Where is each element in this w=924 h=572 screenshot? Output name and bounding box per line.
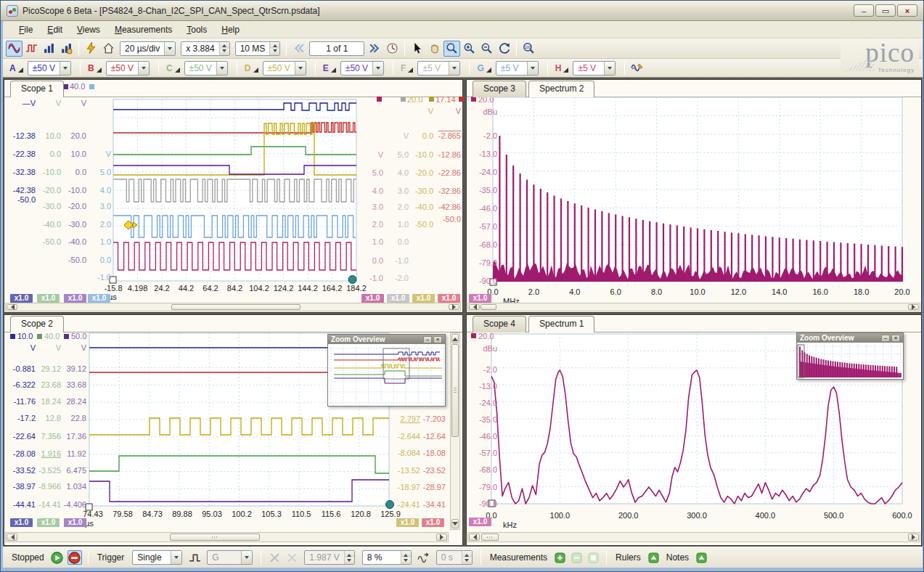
scroll-right-button[interactable] xyxy=(908,534,919,541)
zoom-out-button[interactable] xyxy=(478,41,495,57)
scroll-left-button[interactable] xyxy=(469,534,480,541)
scroll-thumb[interactable] xyxy=(481,304,496,310)
tab-scope3[interactable]: Scope 3 xyxy=(473,81,526,97)
channel-b-range-combo[interactable]: ±50 V xyxy=(106,61,150,75)
tab-spectrum1[interactable]: Spectrum 1 xyxy=(528,316,594,332)
stop-button[interactable] xyxy=(68,550,82,565)
dropdown-icon[interactable] xyxy=(604,62,615,75)
channel-f-range-combo[interactable]: ±5 V xyxy=(417,61,460,75)
scroll-up-button[interactable] xyxy=(451,334,459,343)
zoom-factor-spinner[interactable]: x 3.884 xyxy=(181,41,229,56)
close-icon[interactable]: × xyxy=(891,335,900,342)
minimize-button[interactable]: – xyxy=(854,4,874,17)
dropdown-icon[interactable] xyxy=(171,551,181,564)
zoom-100-button[interactable]: 100 xyxy=(520,41,537,57)
zoom-overview-minimap[interactable] xyxy=(328,344,445,406)
scroll-down-button[interactable] xyxy=(451,519,459,528)
spectrum1-hscrollbar[interactable] xyxy=(467,532,920,542)
scroll-thumb[interactable] xyxy=(170,534,260,541)
probe-mode-button[interactable] xyxy=(58,41,75,57)
next-buffer-button[interactable] xyxy=(367,41,383,57)
trigger-edge-button[interactable] xyxy=(187,550,202,565)
menu-item-edit[interactable]: Edit xyxy=(40,23,70,37)
channel-menu-icon[interactable] xyxy=(97,68,102,73)
menu-item-measurements[interactable]: Measurements xyxy=(107,23,179,37)
scope-mode-button[interactable] xyxy=(6,41,23,57)
channel-d-range-combo[interactable]: ±50 V xyxy=(263,61,306,75)
spin-down[interactable] xyxy=(220,49,229,55)
scope2-vscrollbar[interactable] xyxy=(450,332,460,530)
minimize-icon[interactable]: – xyxy=(881,335,890,342)
scroll-right-button[interactable] xyxy=(449,304,459,310)
spectrum-mode-button[interactable] xyxy=(41,41,57,57)
pan-tool-button[interactable] xyxy=(426,41,443,57)
zoom-overview-titlebar[interactable]: Zoom Overview –× xyxy=(797,333,903,343)
dropdown-icon[interactable] xyxy=(164,42,175,55)
prev-buffer-button[interactable] xyxy=(290,41,307,57)
scroll-thumb[interactable] xyxy=(481,534,499,541)
dropdown-icon[interactable] xyxy=(295,62,306,75)
spin-up[interactable] xyxy=(270,42,279,49)
trigger-mode-combo[interactable]: Single xyxy=(132,550,182,565)
dropdown-icon[interactable] xyxy=(216,62,227,75)
zoom-overview-minimap[interactable] xyxy=(797,343,903,380)
channel-menu-icon[interactable] xyxy=(18,68,23,73)
channel-c-range-combo[interactable]: ±50 V xyxy=(184,61,228,75)
zoom-overview-titlebar[interactable]: Zoom Overview –× xyxy=(328,335,445,344)
channel-menu-icon[interactable] xyxy=(331,68,336,73)
minimize-icon[interactable]: – xyxy=(423,336,432,343)
channel-menu-icon[interactable] xyxy=(253,68,258,73)
home-button[interactable] xyxy=(100,41,117,57)
persistence-mode-button[interactable] xyxy=(23,41,40,57)
maximize-button[interactable]: ▭ xyxy=(875,4,896,17)
dropdown-icon[interactable] xyxy=(138,62,149,75)
scroll-right-button[interactable] xyxy=(436,534,447,541)
menu-item-file[interactable]: File xyxy=(12,23,40,37)
spin-down[interactable] xyxy=(401,557,411,564)
scroll-right-button[interactable] xyxy=(908,304,919,310)
tab-scope2[interactable]: Scope 2 xyxy=(10,316,64,332)
tab-scope1[interactable]: Scope 1 xyxy=(10,81,64,97)
channel-e-range-combo[interactable]: ±50 V xyxy=(340,61,384,75)
channel-menu-icon[interactable] xyxy=(486,68,491,73)
close-button[interactable]: × xyxy=(897,4,917,17)
spin-down[interactable] xyxy=(270,49,279,55)
add-measurement-button[interactable] xyxy=(554,552,566,564)
timebase-combo[interactable]: 20 µs/div xyxy=(120,41,176,56)
scroll-thumb[interactable] xyxy=(451,344,459,437)
dropdown-icon[interactable] xyxy=(60,62,70,75)
select-tool-button[interactable] xyxy=(409,41,425,57)
spectrum2-hscrollbar[interactable] xyxy=(467,303,920,311)
zoom-box-button[interactable] xyxy=(443,41,460,57)
channel-menu-icon[interactable] xyxy=(563,68,568,73)
menu-item-tools[interactable]: Tools xyxy=(179,23,214,37)
setup-button[interactable] xyxy=(83,41,99,57)
start-button[interactable] xyxy=(50,550,65,565)
trigger-time-button[interactable] xyxy=(417,550,431,565)
scroll-left-button[interactable] xyxy=(7,304,17,310)
dropdown-icon[interactable] xyxy=(372,62,383,75)
menu-item-views[interactable]: Views xyxy=(70,23,107,37)
scroll-left-button[interactable] xyxy=(7,534,17,541)
tab-spectrum2[interactable]: Spectrum 2 xyxy=(528,81,594,97)
scope2-hscrollbar[interactable] xyxy=(5,532,449,542)
signal-generator-button[interactable] xyxy=(629,60,645,76)
menu-item-help[interactable]: Help xyxy=(214,23,247,37)
title-bar[interactable]: PicoScope 6 Beta - [PS4824_8-Chan_I2C_SP… xyxy=(1,1,923,21)
buffer-navigator-button[interactable] xyxy=(384,41,401,57)
rulers-button[interactable] xyxy=(647,552,660,564)
zoom-in-button[interactable] xyxy=(461,41,478,57)
scroll-left-button[interactable] xyxy=(469,304,480,310)
pretrigger-spinner[interactable]: 8 % xyxy=(362,550,412,565)
channel-a-range-combo[interactable]: ±50 V xyxy=(28,61,71,75)
samples-spinner[interactable]: 10 MS xyxy=(235,41,281,56)
notes-button[interactable] xyxy=(695,552,708,564)
close-icon[interactable]: × xyxy=(433,336,442,343)
spin-up[interactable] xyxy=(401,551,411,557)
dropdown-icon[interactable] xyxy=(449,62,459,75)
channel-h-range-combo[interactable]: ±5 V xyxy=(573,61,616,75)
channel-menu-icon[interactable] xyxy=(175,68,180,73)
undo-zoom-button[interactable] xyxy=(496,41,512,57)
channel-menu-icon[interactable] xyxy=(408,68,413,73)
channel-g-range-combo[interactable]: ±5 V xyxy=(496,61,539,75)
